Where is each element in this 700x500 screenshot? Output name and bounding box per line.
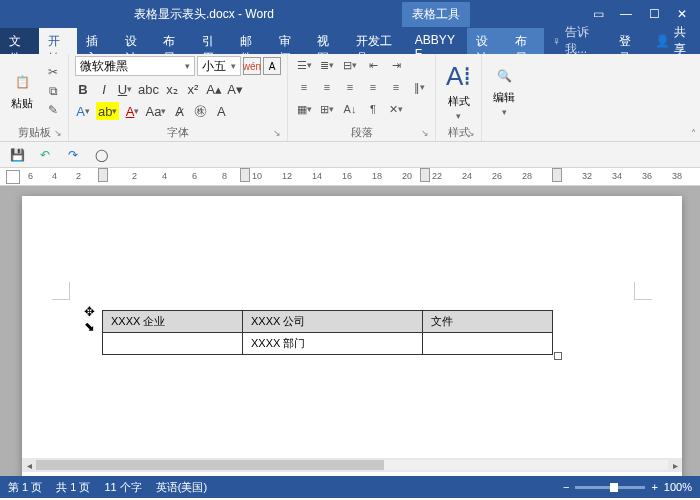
minimize-icon[interactable]: — [618, 7, 634, 21]
font-size-combo[interactable]: 小五▾ [197, 56, 241, 76]
save-button[interactable]: 💾 [8, 146, 26, 164]
character-border-button[interactable]: A [263, 57, 281, 75]
collapse-ribbon-button[interactable]: ˄ [691, 128, 696, 139]
scrollbar-track[interactable] [36, 460, 668, 470]
status-pages[interactable]: 共 1 页 [56, 480, 90, 495]
tab-view[interactable]: 视图 [308, 28, 347, 54]
table-move-handle[interactable]: ✥⬊ [84, 304, 95, 334]
show-marks-button[interactable]: ¶ [363, 100, 383, 118]
subscript-button[interactable]: x₂ [164, 80, 180, 98]
styles-launcher[interactable]: ↘ [467, 126, 475, 140]
underline-button[interactable]: U▾ [117, 80, 133, 98]
tab-table-design[interactable]: 设计 [467, 28, 506, 54]
table-cell[interactable]: XXXX 企业 [103, 311, 243, 333]
phonetic-guide-button[interactable]: wén [243, 57, 261, 75]
align-left-button[interactable]: ≡ [294, 78, 314, 96]
status-words[interactable]: 11 个字 [104, 480, 141, 495]
bold-button[interactable]: B [75, 80, 91, 98]
zoom-slider[interactable] [575, 486, 645, 489]
bullets-button[interactable]: ☰▾ [294, 56, 314, 74]
indent-marker[interactable] [420, 168, 430, 182]
tab-home[interactable]: 开始 [39, 28, 78, 54]
table-cell[interactable] [423, 333, 553, 355]
document-table[interactable]: XXXX 企业 XXXX 公司 文件 XXXX 部门 [102, 310, 553, 355]
shading-button[interactable]: ▦▾ [294, 100, 314, 118]
document-area[interactable]: ✥⬊ XXXX 企业 XXXX 公司 文件 XXXX 部门 ◂ ▸ [0, 186, 700, 476]
zoom-thumb[interactable] [610, 483, 618, 492]
table-cell[interactable]: 文件 [423, 311, 553, 333]
font-launcher[interactable]: ↘ [273, 126, 281, 140]
tab-design[interactable]: 设计 [116, 28, 155, 54]
scroll-right-icon[interactable]: ▸ [668, 460, 682, 471]
character-shading-button[interactable]: A [213, 102, 229, 120]
align-center-button[interactable]: ≡ [317, 78, 337, 96]
status-language[interactable]: 英语(美国) [156, 480, 207, 495]
grow-font-button[interactable]: A▴ [206, 80, 222, 98]
clipboard-launcher[interactable]: ↘ [54, 126, 62, 140]
redo-button[interactable]: ↷ [64, 146, 82, 164]
line-spacing-button[interactable]: ‖▾ [409, 78, 429, 96]
tab-table-layout[interactable]: 布局 [506, 28, 545, 54]
italic-button[interactable]: I [96, 80, 112, 98]
table-cell[interactable]: XXXX 部门 [243, 333, 423, 355]
strikethrough-button[interactable]: abc [138, 80, 159, 98]
zoom-in-button[interactable]: + [651, 481, 657, 493]
tab-review[interactable]: 审阅 [270, 28, 309, 54]
tab-layout[interactable]: 布局 [154, 28, 193, 54]
paste-button[interactable]: 📋 粘贴 [6, 56, 38, 125]
borders-button[interactable]: ⊞▾ [317, 100, 337, 118]
highlight-button[interactable]: ab▾ [96, 102, 119, 120]
align-right-button[interactable]: ≡ [340, 78, 360, 96]
tab-abbyy[interactable]: ABBYY F [406, 28, 467, 54]
decrease-indent-button[interactable]: ⇤ [363, 56, 383, 74]
left-margin-marker[interactable] [98, 168, 108, 182]
format-painter-button[interactable]: ✎ [44, 102, 62, 118]
tab-insert[interactable]: 插入 [77, 28, 116, 54]
text-effects-button[interactable]: A▾ [75, 102, 91, 120]
horizontal-scrollbar[interactable]: ◂ ▸ [22, 458, 682, 472]
numbering-button[interactable]: ≣▾ [317, 56, 337, 74]
maximize-icon[interactable]: ☐ [646, 7, 662, 21]
right-margin-marker[interactable] [552, 168, 562, 182]
font-color-button[interactable]: A▾ [124, 102, 140, 120]
zoom-level[interactable]: 100% [664, 481, 692, 493]
copy-button[interactable]: ⧉ [44, 83, 62, 99]
enclose-characters-button[interactable]: ㊑ [192, 102, 208, 120]
page[interactable]: ✥⬊ XXXX 企业 XXXX 公司 文件 XXXX 部门 [22, 196, 682, 476]
scrollbar-thumb[interactable] [36, 460, 384, 470]
tab-file[interactable]: 文件 [0, 28, 39, 54]
close-icon[interactable]: ✕ [674, 7, 690, 21]
tell-me[interactable]: ♀ 告诉我... [544, 28, 611, 54]
tab-selector[interactable] [6, 170, 20, 184]
table-cell[interactable] [103, 333, 243, 355]
tab-developer[interactable]: 开发工具 [347, 28, 406, 54]
editing-button[interactable]: 🔍 编辑 ▾ [488, 56, 520, 125]
table-row[interactable]: XXXX 部门 [103, 333, 553, 355]
clear-formatting-button[interactable]: A̷ [171, 102, 187, 120]
table-cell[interactable]: XXXX 公司 [243, 311, 423, 333]
shrink-font-button[interactable]: A▾ [227, 80, 243, 98]
indent-marker[interactable] [240, 168, 250, 182]
sort-button[interactable]: A↓ [340, 100, 360, 118]
horizontal-ruler[interactable]: 6 4 2 2 4 6 8 10 12 14 16 18 20 22 24 26… [0, 168, 700, 186]
change-case-button[interactable]: Aa▾ [145, 102, 166, 120]
scroll-left-icon[interactable]: ◂ [22, 460, 36, 471]
cut-button[interactable]: ✂ [44, 64, 62, 80]
paragraph-launcher[interactable]: ↘ [421, 126, 429, 140]
share-button[interactable]: 👤 共享 [647, 28, 700, 54]
tab-mailings[interactable]: 邮件 [231, 28, 270, 54]
table-resize-handle[interactable] [554, 352, 562, 360]
start-from-beginning-button[interactable]: ◯ [92, 146, 110, 164]
status-page[interactable]: 第 1 页 [8, 480, 42, 495]
login-button[interactable]: 登录 [611, 28, 648, 54]
multilevel-list-button[interactable]: ⊟▾ [340, 56, 360, 74]
ribbon-options-icon[interactable]: ▭ [590, 7, 606, 21]
table-row[interactable]: XXXX 企业 XXXX 公司 文件 [103, 311, 553, 333]
asian-layout-button[interactable]: ✕▾ [386, 100, 406, 118]
justify-button[interactable]: ≡ [363, 78, 383, 96]
increase-indent-button[interactable]: ⇥ [386, 56, 406, 74]
styles-button[interactable]: A⁞ 样式 ▾ [442, 56, 475, 125]
superscript-button[interactable]: x² [185, 80, 201, 98]
font-name-combo[interactable]: 微软雅黑▾ [75, 56, 195, 76]
distributed-button[interactable]: ≡ [386, 78, 406, 96]
